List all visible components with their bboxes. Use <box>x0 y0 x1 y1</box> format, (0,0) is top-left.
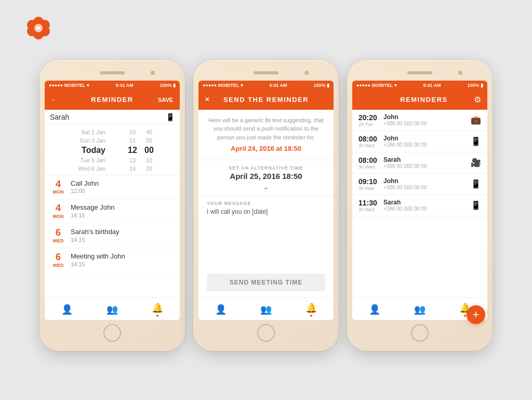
tab-reminders[interactable]: 🔔 <box>147 301 168 318</box>
list-item[interactable]: 11:30 30 Wed Sarah +386 00 000 00 00 📱 <box>352 195 487 216</box>
speaker-2 <box>254 71 278 74</box>
time-2: 9:41 AM <box>269 83 287 88</box>
date-row-1: Sat 2 Jan 10 40 <box>45 128 180 136</box>
groups-icon: 👥 <box>107 304 118 315</box>
reminder-time-4: 09:10 30 Wed <box>358 177 378 191</box>
phone-1-bottom <box>45 320 180 344</box>
reminder-person-2: John +386 00 000 00 00 <box>383 135 466 148</box>
phone-1-screen: ●●●●● MOBITEL ▾ 9:41 AM 100% ▮ ← REMINDE… <box>45 81 180 320</box>
battery-3: 100% ▮ <box>467 83 483 88</box>
camera-dot <box>151 71 155 75</box>
list-item[interactable]: 20:20 29 Tue John +386 00 000 00 00 💼 <box>352 110 487 131</box>
date-picker[interactable]: Sat 2 Jan 10 40 Sun 3 Jan 11 50 Today 12… <box>45 125 180 175</box>
date-row-2: Sun 3 Jan 11 50 <box>45 136 180 145</box>
desc-text: Here will be a generic lbl text suggesti… <box>207 116 325 142</box>
reminder-time-2: 08:00 30 Wed <box>358 135 378 148</box>
nav-bar-3: REMINDERS ⚙ <box>352 90 487 110</box>
tab-contacts-3[interactable]: 👤 <box>364 303 385 316</box>
send-reminder-body: Here will be a generic lbl text suggesti… <box>198 110 334 298</box>
reminder-info-1: Call John 12:00 <box>71 179 174 195</box>
reminder-person-3: Sarah +386 00 000 00 00 <box>383 156 466 169</box>
reminder-time-1: 20:20 29 Tue <box>358 113 378 127</box>
active-indicator-3 <box>464 315 466 317</box>
list-item[interactable]: 4 Mon Message John 14:15 <box>45 199 180 224</box>
tab-reminders-2[interactable]: 🔔 <box>300 301 322 318</box>
send-meeting-time-button[interactable]: SEND MEETING TIME <box>207 274 325 291</box>
signal-1: ●●●●● MOBITEL ▾ <box>49 83 89 88</box>
signal-3: ●●●●● MOBITEL ▾ <box>356 83 397 88</box>
status-bar-3: ●●●●● MOBITEL ▾ 9:41 AM 100% ▮ <box>352 81 487 90</box>
contact-search-input[interactable] <box>50 113 166 121</box>
close-button[interactable]: ✕ <box>205 96 220 103</box>
camera-dot-2 <box>304 71 309 75</box>
nav-title-3: REMINDERS <box>374 96 474 104</box>
time-1: 9:41 AM <box>115 83 133 88</box>
reminder-info-2: Message John 14:15 <box>71 203 174 218</box>
list-item[interactable]: 6 Wed Sarah's birthday 14:15 <box>45 224 180 248</box>
briefcase-icon: 💼 <box>471 115 481 125</box>
alt-label: SET AN ALTERNATIVE TIME <box>207 165 325 171</box>
message-label: YOUR MESSAGE <box>207 201 325 206</box>
groups-icon-2: 👥 <box>260 304 272 315</box>
reminder-info-3: Sarah's birthday 14:15 <box>71 228 174 243</box>
reminder-person-1: John +386 00 000 00 00 <box>383 113 466 126</box>
reminder-person-4: John +386 00 000 00 00 <box>383 177 466 190</box>
bell-icon: 🔔 <box>152 302 163 314</box>
phone-2-bottom <box>198 320 334 344</box>
phone-3-bottom <box>352 320 487 344</box>
reminder-time-5: 11:30 30 Wed <box>358 199 378 212</box>
alt-time-section[interactable]: SET AN ALTERNATIVE TIME April 25, 2016 1… <box>198 160 334 197</box>
status-bar-2: ●●●●● MOBITEL ▾ 9:41 AM 100% ▮ <box>198 81 334 90</box>
list-item[interactable]: 08:00 30 Wed Sarah +386 00 000 00 00 🎥 <box>352 152 487 174</box>
phone-icon: 📱 <box>471 136 481 146</box>
alt-date: April 25, 2016 18:50 <box>207 172 325 180</box>
reminder-date-4: 6 Wed <box>51 252 65 268</box>
battery-1: 100% ▮ <box>159 83 176 88</box>
reminder-date-3: 6 Wed <box>51 228 65 243</box>
nav-title-1: REMINDER <box>66 96 158 104</box>
reminder-list: 4 Mon Call John 12:00 4 Mon Message John <box>45 175 180 298</box>
svg-point-6 <box>34 24 43 32</box>
tab-groups[interactable]: 👥 <box>101 303 123 316</box>
speaker <box>100 71 125 74</box>
date-row-4: Tue 5 Jan 13 10 <box>45 156 180 164</box>
back-button[interactable]: ← <box>51 97 66 103</box>
reminder-person-5: Sarah +386 00 000 00 00 <box>383 199 466 212</box>
tab-bar-2: 👤 👥 🔔 <box>198 298 334 320</box>
active-indicator <box>156 315 158 317</box>
home-button-1[interactable] <box>103 324 121 342</box>
tab-contacts[interactable]: 👤 <box>56 303 78 316</box>
status-bar-1: ●●●●● MOBITEL ▾ 9:41 AM 100% ▮ <box>45 81 180 90</box>
add-reminder-fab[interactable]: + <box>467 305 485 324</box>
video-icon: 🎥 <box>471 158 481 167</box>
phone-3-screen: ●●●●● MOBITEL ▾ 9:41 AM 100% ▮ REMINDERS… <box>352 81 487 320</box>
tab-contacts-2[interactable]: 👤 <box>210 303 232 316</box>
list-item[interactable]: 6 Wed Meeting with John 14:15 <box>45 248 180 273</box>
list-item[interactable]: 08:00 30 Wed John +386 00 000 00 00 📱 <box>352 131 487 152</box>
phone-2-top <box>198 67 334 79</box>
battery-2: 100% ▮ <box>313 83 329 88</box>
tab-groups-3[interactable]: 👥 <box>409 303 431 316</box>
gear-icon[interactable]: ⚙ <box>474 95 481 105</box>
phones-container: ●●●●● MOBITEL ▾ 9:41 AM 100% ▮ ← REMINDE… <box>39 60 493 351</box>
search-row: 📱 <box>45 110 180 125</box>
signal-2: ●●●●● MOBITEL ▾ <box>203 83 243 88</box>
speaker-3 <box>407 71 432 74</box>
home-button-2[interactable] <box>257 324 275 342</box>
reminder-date-2: 4 Mon <box>51 203 65 219</box>
phone-3: ●●●●● MOBITEL ▾ 9:41 AM 100% ▮ REMINDERS… <box>347 60 493 351</box>
nav-bar-2: ✕ SEND THE REMINDER <box>198 90 334 110</box>
contacts-icon-2: 👤 <box>215 304 227 315</box>
list-item[interactable]: 09:10 30 Wed John +386 00 000 00 00 📱 <box>352 174 487 195</box>
phone-1: ●●●●● MOBITEL ▾ 9:41 AM 100% ▮ ← REMINDE… <box>39 60 185 351</box>
list-item[interactable]: 4 Mon Call John 12:00 <box>45 175 180 200</box>
reminder-date-1: 4 Mon <box>51 179 65 195</box>
tab-groups-2[interactable]: 👥 <box>255 303 277 316</box>
phone-icon-3: 📱 <box>471 200 481 210</box>
save-button[interactable]: SAVE <box>158 97 174 103</box>
phone-2-screen: ●●●●● MOBITEL ▾ 9:41 AM 100% ▮ ✕ SEND TH… <box>198 81 334 320</box>
phone-1-top <box>45 67 180 79</box>
contacts-icon: 👤 <box>61 304 73 315</box>
home-button-3[interactable] <box>411 324 429 342</box>
reminder-time-3: 08:00 30 Wed <box>358 156 378 170</box>
